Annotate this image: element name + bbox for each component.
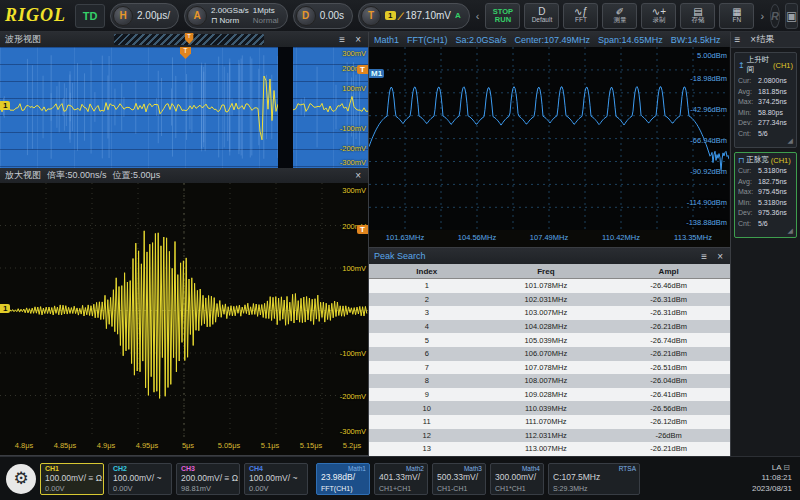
history-icon[interactable]: ◢	[788, 137, 793, 145]
math-box-math4[interactable]: Math4300.00mV/CH1*CH1	[490, 463, 544, 495]
rigol-gear-icon[interactable]: ⚙	[6, 464, 36, 494]
math-box-math3[interactable]: Math3500.33mV/CH1-CH1	[432, 463, 486, 495]
measure-row: Min:58.80ps	[738, 108, 793, 119]
fft-spectrum-plot[interactable]: M1 5.00dBm-18.98dBm-42.96dBm-66.94dBm-90…	[369, 47, 729, 230]
measure-type-icon: ↥	[738, 61, 745, 70]
a-knob[interactable]: A	[187, 6, 207, 26]
cell: 2	[369, 293, 485, 307]
fn-button[interactable]: ▦FN	[719, 3, 754, 29]
close-icon[interactable]: ×	[748, 34, 758, 45]
measure-key: Min:	[738, 198, 758, 209]
measure-name: 上升时间	[747, 55, 771, 75]
cell: -26.12dBm	[607, 415, 730, 429]
peak-col-index: Index	[369, 264, 485, 278]
table-row[interactable]: 5105.039MHz-26.74dBm	[369, 333, 730, 347]
trigger-mode-badge[interactable]: TD	[75, 4, 105, 28]
cell: -26.46dBm	[607, 279, 730, 293]
close-icon[interactable]: ×	[353, 34, 363, 45]
toolbar-scroll-left-icon[interactable]: ‹	[475, 10, 481, 22]
history-icon[interactable]: ◢	[788, 227, 793, 235]
cell: -26.21dBm	[607, 442, 730, 456]
table-row[interactable]: 11111.070MHz-26.12dBm	[369, 415, 730, 429]
cell: 13	[369, 442, 485, 456]
h-knob[interactable]: H	[113, 6, 133, 26]
storage-button[interactable]: ▤存储	[680, 3, 715, 29]
math-box-math2[interactable]: Math2401.33mV/CH1+CH1	[374, 463, 428, 495]
measure-key: Cur:	[738, 76, 758, 87]
acquire-group[interactable]: A 2.00GSa/s ⊓ Norm 1Mpts Normal	[184, 3, 288, 29]
t-knob[interactable]: T	[361, 6, 381, 26]
run-stop-button[interactable]: STOPRUN	[485, 3, 520, 29]
channel-scale: 100.00mV/ ≡ Ω	[45, 473, 99, 484]
table-row[interactable]: 9109.028MHz-26.41dBm	[369, 388, 730, 402]
measure-card-1[interactable]: ⊓正脉宽(CH1)Cur:5.3180nsAvg:182.75nsMax:975…	[734, 152, 797, 238]
menu-icon[interactable]: ≡	[699, 251, 709, 262]
measure-value: 182.75ns	[758, 177, 787, 188]
rtsa-box[interactable]: RTSA C:107.5MHz S:29.3MHz	[548, 463, 640, 495]
delay-group[interactable]: D 0.00s	[293, 3, 353, 29]
cell: 8	[369, 374, 485, 388]
measure-value: 5.3180ns	[758, 198, 787, 209]
trigger-group[interactable]: T 1 ∕ 187.10mV A	[358, 3, 470, 29]
fft-title-part-5: BW:14.5kHz	[671, 35, 721, 45]
ch1-ground-marker[interactable]: 1	[0, 304, 10, 313]
record-navigator[interactable]: T	[114, 34, 264, 45]
tick-label: -100mV	[340, 124, 366, 133]
ch1-ground-marker[interactable]: 1	[0, 101, 10, 110]
measure-source: (CH1)	[771, 156, 791, 165]
trigger-slope-icon: ∕	[400, 10, 402, 22]
measure-value: 58.80ps	[758, 108, 783, 119]
table-row[interactable]: 1101.078MHz-26.46dBm	[369, 279, 730, 293]
table-row[interactable]: 12112.031MHz-26dBm	[369, 429, 730, 443]
tick-label: 113.35MHz	[674, 233, 712, 242]
fft-button[interactable]: ∿ƒFFT	[563, 3, 598, 29]
tick-label: -200mV	[340, 392, 366, 401]
trigger-position-marker[interactable]: T	[185, 33, 194, 44]
tick-label: 300mV	[342, 186, 366, 195]
table-row[interactable]: 8108.007MHz-26.04dBm	[369, 374, 730, 388]
trigger-level-marker[interactable]: T	[357, 225, 368, 234]
trigger-level-marker[interactable]: T	[357, 65, 368, 74]
channel-box-ch2[interactable]: CH2100.00mV/ ~0.00V	[108, 463, 172, 495]
d-knob[interactable]: D	[296, 6, 316, 26]
record-button[interactable]: ∿+录制	[641, 3, 676, 29]
table-row[interactable]: 10110.039MHz-26.56dBm	[369, 401, 730, 415]
table-row[interactable]: 2102.031MHz-26.31dBm	[369, 293, 730, 307]
main-area: 波形视图 T ≡ × T 1 T 300mV200mV100mV-100mV-2…	[0, 32, 800, 456]
record-button-label: 录制	[652, 17, 665, 24]
display-settings-icon[interactable]: ▣	[785, 3, 798, 29]
measure-card-0[interactable]: ↥上升时间(CH1)Cur:2.0800nsAvg:181.85nsMax:37…	[734, 52, 797, 148]
measure-key: Dev:	[738, 208, 758, 219]
channel-offset: 0.00V	[249, 484, 303, 494]
cell: 111.070MHz	[485, 415, 608, 429]
math-scale: 401.33mV/	[379, 471, 423, 484]
close-icon[interactable]: ×	[353, 170, 363, 181]
math-box-math1[interactable]: Math123.98dB/FFT(CH1)	[316, 463, 370, 495]
channel-box-ch4[interactable]: CH4100.00mV/ ~0.00V	[244, 463, 308, 495]
measure-row: Cnt:5/6	[738, 129, 793, 140]
waveform-overview-plot[interactable]: T 1 T 300mV200mV100mV-100mV-200mV-300mV	[0, 47, 368, 168]
menu-icon[interactable]: ≡	[337, 34, 347, 45]
toolbar-scroll-right-icon[interactable]: ›	[759, 10, 765, 22]
horizontal-group[interactable]: H 2.00μs/	[110, 3, 179, 29]
table-row[interactable]: 13113.007MHz-26.21dBm	[369, 442, 730, 456]
table-row[interactable]: 4104.028MHz-26.21dBm	[369, 320, 730, 334]
channel-box-ch1[interactable]: CH1100.00mV/ ≡ Ω0.00V	[40, 463, 104, 495]
default-button[interactable]: DDefault	[524, 3, 559, 29]
tick-label: 110.42MHz	[602, 233, 640, 242]
zoom-waveform-plot[interactable]: 1 T 300mV200mV100mV-100mV-200mV-300mV	[0, 183, 368, 438]
table-row[interactable]: 7107.078MHz-26.51dBm	[369, 361, 730, 375]
table-row[interactable]: 6106.070MHz-26.21dBm	[369, 347, 730, 361]
measure-value: 181.85ns	[758, 87, 787, 98]
measure-row: Avg:181.85ns	[738, 87, 793, 98]
math1-marker[interactable]: M1	[369, 69, 384, 78]
run-stop-button-line2: RUN	[495, 16, 511, 24]
measure-button[interactable]: ✐测量	[602, 3, 637, 29]
math-operation: CH1+CH1	[379, 484, 423, 493]
cell: 12	[369, 429, 485, 443]
tick-label: 104.56MHz	[458, 233, 496, 242]
close-icon[interactable]: ×	[715, 251, 725, 262]
channel-box-ch3[interactable]: CH3200.00mV/ ≡ Ω98.81mV	[176, 463, 240, 495]
table-row[interactable]: 3103.007MHz-26.31dBm	[369, 306, 730, 320]
menu-icon[interactable]: ≡	[733, 34, 743, 45]
